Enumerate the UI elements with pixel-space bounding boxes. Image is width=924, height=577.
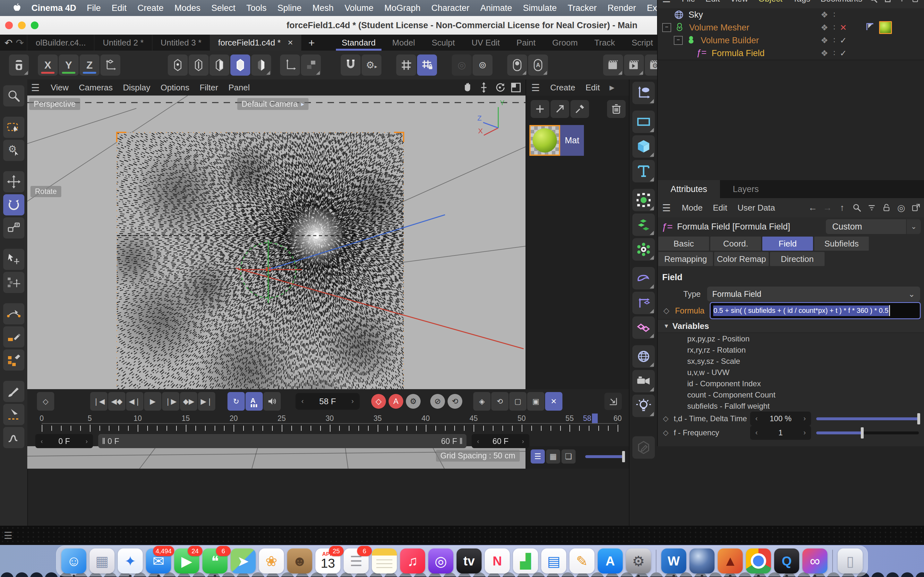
camera-label[interactable]: Default Camera▸ [237,98,309,110]
objects-menu-view[interactable]: View [730,0,748,4]
enabled-check-icon[interactable]: ✓ [840,35,847,45]
tree-item-sky[interactable]: Sky❖∶ [658,8,924,21]
phong-tag-icon[interactable] [866,22,875,34]
material-menu-edit[interactable]: Edit [586,83,600,93]
dock-app-creativecloud[interactable]: ∞ [803,548,827,574]
viewport-menu-icon[interactable]: ☰ [31,82,40,93]
autokey-range-button[interactable]: A▮▮▮ [246,392,263,411]
record-rotation-button[interactable]: ⟲ [447,394,462,409]
tab-layers[interactable]: Layers [720,180,772,198]
status-menu-icon[interactable]: ☰ [4,530,13,541]
attributes-menu-user-data[interactable]: User Data [738,203,775,213]
dock-app-matlab[interactable]: ▲ [718,548,743,574]
range-in-handle[interactable]: ‖ [102,437,105,446]
keyable-diamond-icon[interactable]: ◇ [658,429,674,437]
layout-tab-paint[interactable]: Paint [508,35,544,51]
add-document-tab-button[interactable]: + [301,35,322,51]
material-tag-icon[interactable] [879,21,892,34]
thumbnail-size-slider[interactable] [585,455,625,458]
objects-menu-bookmarks[interactable]: Bookmarks [821,0,863,4]
menubar-item-spline[interactable]: Spline [278,3,302,13]
material-menu-create[interactable]: Create [550,83,575,93]
viewport-menu-cameras[interactable]: Cameras [79,83,113,93]
dock-app-chrome[interactable] [746,548,771,574]
scale-tool-button[interactable] [3,218,24,239]
layer-diamond-icon[interactable]: ❖ [821,10,828,20]
multi-transform-tool-button[interactable] [3,272,24,293]
dock-app-trash[interactable]: ▯ [838,548,863,574]
range-start-spinner[interactable]: ‹0 F› [35,434,93,448]
spline-smooth-tool-button[interactable] [3,427,24,448]
layer-view-button[interactable]: ❏ [561,450,575,464]
menubar-item-modes[interactable]: Modes [174,3,200,13]
objects-menu-icon[interactable]: ☰ [662,0,671,5]
pen-edit-tool-button[interactable] [3,404,24,425]
zoom-tool-button[interactable] [3,85,24,106]
playhead-marker[interactable] [592,414,598,423]
view-aa-button[interactable]: A [528,55,548,76]
filter-icon[interactable] [866,201,878,214]
section-tab-subfields[interactable]: Subfields [814,237,869,251]
dolly-icon[interactable] [477,81,490,94]
menubar-app-name[interactable]: Cinema 4D [31,3,76,13]
variables-group-header[interactable]: ▼ Variables [658,319,924,333]
render-region-button[interactable]: ◎ [452,55,472,76]
mode-split-button[interactable] [251,55,271,76]
objects-menu-edit[interactable]: Edit [706,0,720,4]
menubar-item-tools[interactable]: Tools [246,3,267,13]
objects-menu-file[interactable]: File [682,0,695,4]
loop-button[interactable]: ↻ [228,392,245,411]
tree-item-formula-field[interactable]: ƒ=Formula Field❖∶✓ [658,47,924,60]
layout-tab-sculpt[interactable]: Sculpt [423,35,463,51]
section-tab-coord[interactable]: Coord. [710,237,761,251]
dock-app-messages[interactable]: ❝6 [202,548,228,574]
dock-app-podcasts[interactable]: ◎ [428,548,453,574]
material-thumbnail[interactable] [529,125,560,156]
workplane-button[interactable] [301,55,321,76]
orbit-icon[interactable] [493,81,506,94]
spline-pen-tool-button[interactable] [3,303,24,324]
previous-key-button[interactable]: ◀◆ [108,392,126,411]
dock-app-quicktime[interactable]: Q [774,548,799,574]
material-menu-icon[interactable]: ☰ [531,82,540,93]
dock-app-keynote[interactable]: ▤ [541,548,566,574]
menubar-item-animate[interactable]: Animate [480,3,512,13]
generator-button[interactable] [632,189,655,211]
menubar-item-simulate[interactable]: Simulate [523,3,557,13]
keyframe-settings-button[interactable]: ⚙ [406,394,421,409]
close-window-button[interactable] [5,21,13,29]
dock-app-music[interactable]: ♫ [400,548,425,574]
mograph-cloner-button[interactable] [632,238,655,261]
keyable-diamond-icon[interactable]: ◇ [658,306,675,315]
tree-item-volume-builder[interactable]: −Volume Builder❖∶✓ [658,34,924,47]
timeline-ruler[interactable]: 05101520253035404550556058 [42,414,618,423]
dock-app-safari[interactable]: ✦ [118,548,143,574]
attributes-menu-edit[interactable]: Edit [713,203,727,213]
up-icon[interactable]: ↑ [836,201,848,214]
visibility-dots-icon[interactable]: ∶ [833,49,835,58]
dock-app-facetime[interactable]: ▶24 [174,548,199,574]
list-view-button[interactable]: ☰ [531,450,545,464]
back-icon[interactable]: ← [806,201,819,214]
dock-app-cinema4d[interactable] [690,548,714,574]
param-spinner[interactable]: ‹100 %› [750,412,811,426]
dock-app-contacts[interactable]: ☻ [287,548,312,574]
keyable-diamond-icon[interactable]: ◇ [658,414,674,423]
home-icon[interactable] [882,0,893,5]
objects-menu-object[interactable]: Object [758,0,782,4]
rotation-keys-button[interactable]: ⟲ [491,392,509,411]
mode-dot-button[interactable] [168,55,188,76]
timeline-ticks[interactable] [42,423,618,433]
dock-app-photos[interactable]: ❀ [259,548,284,574]
dock-app-tv[interactable]: tv [457,548,481,574]
dock-app-notes[interactable] [372,548,397,574]
null-object-button[interactable] [632,292,655,314]
add-material-button[interactable] [531,100,549,118]
deformer-button[interactable] [632,267,655,290]
visibility-dots-icon[interactable]: ∶ [833,10,835,19]
forward-icon[interactable]: → [821,201,834,214]
layout-tab-standard[interactable]: Standard [333,35,384,51]
render-safe-button[interactable]: ⊚ [473,55,493,76]
material-item[interactable]: Mat [529,125,630,156]
pick-material-button[interactable] [570,100,589,118]
